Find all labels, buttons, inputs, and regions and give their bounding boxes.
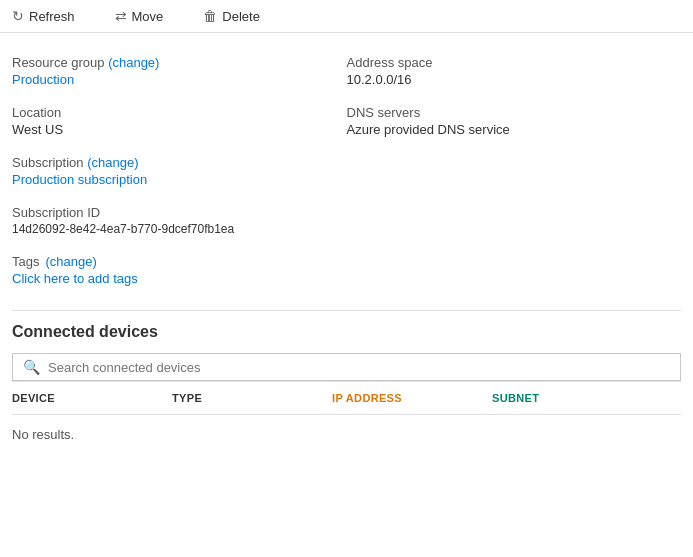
- subscription-value[interactable]: Production subscription: [12, 172, 347, 187]
- subscription-label: Subscription (change): [12, 155, 347, 170]
- toolbar: ↻ Refresh ⇄ Move 🗑 Delete: [0, 0, 693, 33]
- resource-group-value[interactable]: Production: [12, 72, 347, 87]
- tags-change-link[interactable]: (change): [45, 254, 96, 269]
- resource-group-block: Resource group (change) Production: [12, 49, 347, 99]
- subscription-id-value: 14d26092-8e42-4ea7-b770-9dcef70fb1ea: [12, 222, 681, 236]
- col-header-subnet: SUBNET: [492, 388, 681, 408]
- col-header-device: DEVICE: [12, 388, 172, 408]
- resource-group-change-link[interactable]: (change): [108, 55, 159, 70]
- col-header-ip: IP ADDRESS: [332, 388, 492, 408]
- move-icon: ⇄: [115, 8, 127, 24]
- col-header-type: TYPE: [172, 388, 332, 408]
- location-label: Location: [12, 105, 347, 120]
- subscription-right-spacer: [347, 149, 682, 199]
- location-value: West US: [12, 122, 347, 137]
- dns-servers-value: Azure provided DNS service: [347, 122, 682, 137]
- section-divider: [12, 310, 681, 311]
- no-results-message: No results.: [12, 415, 681, 454]
- refresh-icon: ↻: [12, 8, 24, 24]
- properties-grid: Resource group (change) Production Addre…: [12, 49, 681, 298]
- refresh-button[interactable]: ↻ Refresh: [12, 8, 75, 24]
- table-header: DEVICE TYPE IP ADDRESS SUBNET: [12, 381, 681, 415]
- dns-servers-label: DNS servers: [347, 105, 682, 120]
- subscription-id-block: Subscription ID 14d26092-8e42-4ea7-b770-…: [12, 199, 681, 248]
- connected-devices-title: Connected devices: [12, 323, 681, 341]
- address-space-label: Address space: [347, 55, 682, 70]
- search-bar: 🔍: [12, 353, 681, 381]
- delete-icon: 🗑: [203, 8, 217, 24]
- connected-devices-section: Connected devices 🔍 DEVICE TYPE IP ADDRE…: [12, 323, 681, 454]
- subscription-change-link[interactable]: (change): [87, 155, 138, 170]
- address-space-value: 10.2.0.0/16: [347, 72, 682, 87]
- dns-servers-block: DNS servers Azure provided DNS service: [347, 99, 682, 149]
- tags-add-link[interactable]: Click here to add tags: [12, 271, 681, 286]
- address-space-block: Address space 10.2.0.0/16: [347, 49, 682, 99]
- delete-button[interactable]: 🗑 Delete: [203, 8, 260, 24]
- location-block: Location West US: [12, 99, 347, 149]
- tags-block: Tags (change) Click here to add tags: [12, 248, 681, 298]
- search-input[interactable]: [48, 360, 670, 375]
- move-button[interactable]: ⇄ Move: [115, 8, 164, 24]
- resource-group-label: Resource group (change): [12, 55, 347, 70]
- main-content: Resource group (change) Production Addre…: [0, 33, 693, 462]
- subscription-block: Subscription (change) Production subscri…: [12, 149, 347, 199]
- refresh-label: Refresh: [29, 9, 75, 24]
- subscription-id-label: Subscription ID: [12, 205, 681, 220]
- move-label: Move: [132, 9, 164, 24]
- delete-label: Delete: [222, 9, 260, 24]
- search-icon: 🔍: [23, 359, 40, 375]
- tags-label-row: Tags (change): [12, 254, 681, 269]
